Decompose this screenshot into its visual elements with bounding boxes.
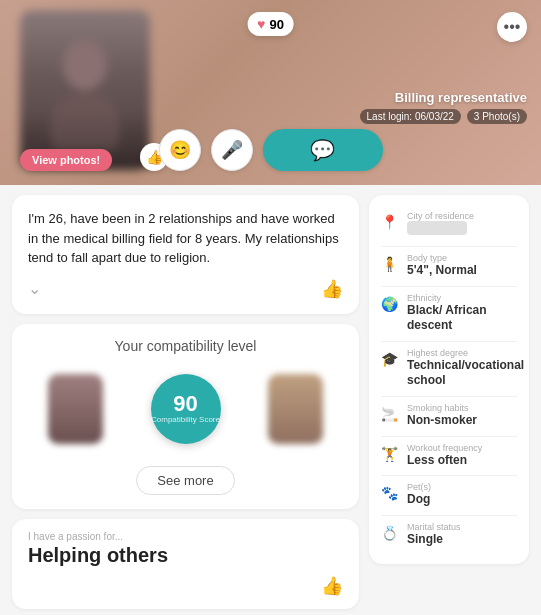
attr-text-3: Highest degreeTechnical/vocational schoo… — [407, 349, 524, 389]
expand-icon[interactable]: ⌄ — [28, 279, 41, 298]
heart-count: 90 — [269, 17, 283, 32]
attr-icon-6: 🐾 — [381, 485, 399, 503]
view-photos-button[interactable]: View photos! — [20, 149, 112, 171]
attr-category-0: City of residence — [407, 212, 517, 221]
smiley-icon: 😊 — [169, 139, 191, 161]
attr-category-2: Ethnicity — [407, 294, 517, 303]
attr-value-2: Black/ African descent — [407, 303, 517, 334]
passion-value: Helping others — [28, 544, 343, 567]
profile-photo — [20, 10, 150, 170]
passion-footer: 👍 — [28, 575, 343, 597]
attr-item-1: 🧍Body type5'4", Normal — [381, 247, 517, 287]
svg-point-1 — [50, 90, 120, 150]
compatibility-circle: 90 Compatibility Score — [151, 374, 221, 444]
more-dots-icon: ••• — [504, 18, 521, 36]
attr-category-3: Highest degree — [407, 349, 524, 358]
attr-icon-7: 💍 — [381, 525, 399, 543]
bio-card: I'm 26, have been in 2 relationships and… — [12, 195, 359, 314]
attr-item-6: 🐾Pet(s)Dog — [381, 476, 517, 516]
like-passion-icon[interactable]: 👍 — [321, 575, 343, 597]
photos-badge: 3 Photo(s) — [467, 109, 527, 124]
attr-item-4: 🚬Smoking habitsNon-smoker — [381, 397, 517, 437]
chat-icon: 💬 — [310, 138, 335, 162]
passion-card: I have a passion for... Helping others 👍 — [12, 519, 359, 609]
attr-item-3: 🎓Highest degreeTechnical/vocational scho… — [381, 342, 517, 397]
compatibility-visual: 90 Compatibility Score — [28, 364, 343, 454]
more-button[interactable]: ••• — [497, 12, 527, 42]
attr-icon-3: 🎓 — [381, 351, 399, 369]
attr-text-7: Marital statusSingle — [407, 523, 517, 548]
profile-name: Billing representative — [360, 90, 527, 105]
attr-category-1: Body type — [407, 254, 517, 263]
attr-item-2: 🌍EthnicityBlack/ African descent — [381, 287, 517, 342]
mic-icon: 🎤 — [221, 139, 243, 161]
last-login-badge: Last login: 06/03/22 — [360, 109, 461, 124]
compatibility-title: Your compatibility level — [28, 338, 343, 354]
main-content: I'm 26, have been in 2 relationships and… — [0, 185, 541, 615]
attr-value-5: Less often — [407, 453, 517, 469]
attribute-list: 📍City of residence 🧍Body type5'4", Norma… — [369, 195, 529, 564]
attr-icon-5: 🏋️ — [381, 446, 399, 464]
attr-text-1: Body type5'4", Normal — [407, 254, 517, 279]
svg-point-0 — [63, 40, 107, 90]
attr-text-6: Pet(s)Dog — [407, 483, 517, 508]
profile-meta-row: Last login: 06/03/22 3 Photo(s) — [360, 109, 527, 124]
heart-icon: ♥ — [257, 16, 265, 32]
bio-footer: ⌄ 👍 — [28, 278, 343, 300]
compat-avatar-right — [268, 374, 323, 444]
attr-item-5: 🏋️Workout frequencyLess often — [381, 437, 517, 477]
compatibility-card: Your compatibility level 90 Compatibilit… — [12, 324, 359, 509]
compatibility-score: 90 — [173, 393, 197, 415]
emoji-button[interactable]: 😊 — [159, 129, 201, 171]
attr-category-4: Smoking habits — [407, 404, 517, 413]
action-row: 😊 🎤 💬 — [159, 129, 383, 171]
attr-text-0: City of residence — [407, 212, 517, 239]
attr-icon-1: 🧍 — [381, 256, 399, 274]
attr-item-7: 💍Marital statusSingle — [381, 516, 517, 555]
attr-value-7: Single — [407, 532, 517, 548]
attr-icon-0: 📍 — [381, 214, 399, 232]
attr-value-6: Dog — [407, 492, 517, 508]
attr-text-4: Smoking habitsNon-smoker — [407, 404, 517, 429]
attr-text-5: Workout frequencyLess often — [407, 444, 517, 469]
like-bio-icon[interactable]: 👍 — [321, 278, 343, 300]
attr-text-2: EthnicityBlack/ African descent — [407, 294, 517, 334]
left-column: I'm 26, have been in 2 relationships and… — [12, 195, 359, 609]
compat-avatar-left — [48, 374, 103, 444]
attr-value-1: 5'4", Normal — [407, 263, 517, 279]
right-column: 📍City of residence 🧍Body type5'4", Norma… — [369, 195, 529, 609]
see-more-button[interactable]: See more — [136, 466, 234, 495]
attr-value-4: Non-smoker — [407, 413, 517, 429]
attr-icon-4: 🚬 — [381, 406, 399, 424]
passion-label: I have a passion for... — [28, 531, 343, 542]
attr-category-5: Workout frequency — [407, 444, 517, 453]
attr-category-7: Marital status — [407, 523, 517, 532]
compatibility-score-label: Compatibility Score — [151, 415, 220, 425]
attr-value-0 — [407, 221, 467, 235]
profile-info: Billing representative Last login: 06/03… — [360, 90, 527, 124]
mic-button[interactable]: 🎤 — [211, 129, 253, 171]
attr-item-0: 📍City of residence — [381, 205, 517, 247]
attr-value-3: Technical/vocational school — [407, 358, 524, 389]
heart-badge: ♥ 90 — [247, 12, 294, 36]
profile-banner: ♥ 90 ••• Billing representative Last log… — [0, 0, 541, 185]
message-button[interactable]: 💬 — [263, 129, 383, 171]
attr-category-6: Pet(s) — [407, 483, 517, 492]
bio-text: I'm 26, have been in 2 relationships and… — [28, 209, 343, 268]
attr-icon-2: 🌍 — [381, 296, 399, 314]
